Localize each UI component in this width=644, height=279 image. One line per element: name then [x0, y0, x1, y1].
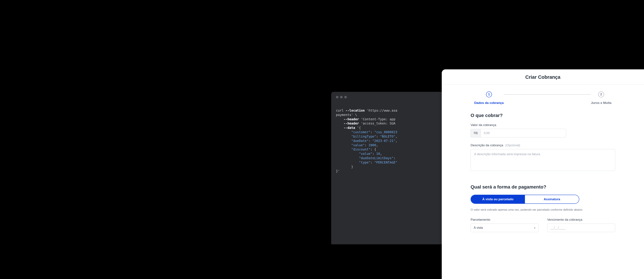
payment-type-toggle: À vista ou parcelado Assinatura	[470, 195, 579, 204]
section-title-payment: Qual será a forma de pagamento?	[470, 184, 615, 190]
descricao-label-text: Descrição da cobrança	[470, 143, 503, 147]
traffic-light-dot	[344, 96, 347, 98]
parcelamento-col: Parcelamento À vista ▾	[470, 218, 538, 232]
code-line: "value": 10,	[336, 152, 444, 156]
code-line: }	[336, 165, 444, 169]
code-line: "value": 2000,	[336, 143, 444, 147]
code-line: "discount": {	[336, 147, 444, 152]
step-label: Dados da cobrança	[474, 101, 504, 105]
vencimento-col: Vencimento da cobrança __/__/____	[547, 218, 615, 232]
toggle-assinatura[interactable]: Assinatura	[525, 195, 579, 203]
vencimento-input[interactable]: __/__/____	[547, 224, 615, 232]
code-line: --header 'Content-Type: app	[336, 117, 444, 121]
parcelamento-select[interactable]: À vista ▾	[470, 224, 538, 232]
code-line: "dueDateLimitDays":	[336, 156, 444, 160]
traffic-light-dot	[336, 96, 338, 98]
code-line: "dueDate": "2023-07-21",	[336, 139, 444, 143]
stepper: 1 Dados da cobrança 2 Juros e Multa	[442, 84, 644, 110]
window-controls	[336, 96, 444, 98]
step-label: Juros e Multa	[591, 101, 611, 105]
code-line: --data '{	[336, 126, 444, 130]
payment-row: Parcelamento À vista ▾ Vencimento da cob…	[470, 218, 615, 232]
step-number: 1	[486, 91, 492, 97]
panel-title: Criar Cobrança	[442, 74, 644, 80]
valor-label: Valor da cobrança	[470, 123, 615, 127]
create-charge-panel: Criar Cobrança 1 Dados da cobrança 2 Jur…	[442, 69, 644, 279]
step-connector	[504, 94, 591, 95]
step-1[interactable]: 1 Dados da cobrança	[474, 91, 504, 105]
section-title-what: O que cobrar?	[470, 113, 615, 118]
code-line: "type": "PERCENTAGE"	[336, 160, 444, 165]
code-line: "billingType": "BOLETO",	[336, 134, 444, 139]
traffic-light-dot	[340, 96, 343, 98]
code-line: "customer": "cus_0000023	[336, 130, 444, 134]
panel-header: Criar Cobrança	[442, 69, 644, 84]
toggle-avista[interactable]: À vista ou parcelado	[471, 195, 525, 203]
code-line: payments' \	[336, 113, 444, 117]
terminal-window: curl --location 'https://www.asa payment…	[331, 92, 448, 244]
parcelamento-label: Parcelamento	[470, 218, 538, 222]
valor-input-group: R$	[470, 129, 566, 137]
step-2[interactable]: 2 Juros e Multa	[591, 91, 611, 105]
vencimento-label: Vencimento da cobrança	[547, 218, 615, 222]
currency-prefix: R$	[470, 129, 481, 137]
optional-hint: (Opcional)	[506, 143, 520, 147]
code-line: }'	[336, 169, 444, 173]
descricao-textarea[interactable]	[470, 149, 615, 171]
form-body: O que cobrar? Valor da cobrança R$ Descr…	[442, 113, 644, 232]
code-line: --header 'access_token: SUA	[336, 121, 444, 126]
payment-helper-text: O valor será cobrado apenas uma vez, pod…	[470, 208, 615, 212]
descricao-label: Descrição da cobrança (Opcional)	[470, 143, 615, 147]
code-line: curl --location 'https://www.asa	[336, 108, 444, 113]
step-number: 2	[598, 91, 604, 97]
chevron-down-icon: ▾	[534, 227, 535, 229]
valor-input[interactable]	[481, 129, 566, 137]
parcelamento-value: À vista	[474, 226, 483, 230]
